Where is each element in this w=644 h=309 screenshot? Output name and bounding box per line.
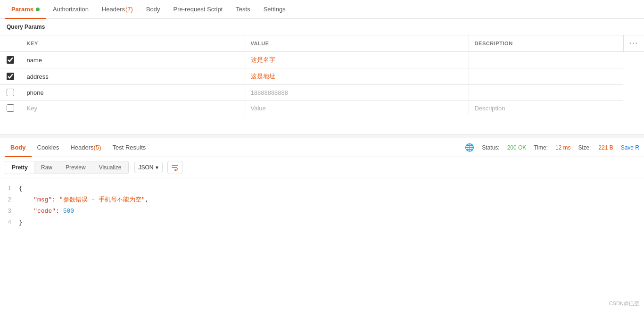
line-num-1: 1 (0, 183, 19, 194)
row-2-key[interactable]: address (21, 68, 245, 85)
resp-tab-headers-label: Headers (70, 144, 93, 151)
row-4-check-cell (0, 100, 21, 116)
size-value: 221 B (598, 144, 613, 151)
row-3-key[interactable]: phone (21, 85, 245, 100)
resp-tab-headers[interactable]: Headers (5) (65, 138, 107, 157)
tab-settings-label: Settings (264, 6, 286, 13)
row-2-check-cell (0, 68, 21, 85)
params-dot (36, 8, 40, 11)
th-value: VALUE (245, 35, 469, 52)
format-tab-raw[interactable]: Raw (34, 161, 59, 174)
tab-body-label: Body (146, 6, 160, 13)
row-4-checkbox[interactable] (7, 104, 14, 112)
tab-body[interactable]: Body (140, 0, 167, 19)
resp-tab-body[interactable]: Body (5, 138, 32, 157)
line-num-3: 3 (0, 206, 19, 217)
code-line-1: 1 { (0, 183, 644, 194)
format-tabs: Pretty Raw Preview Visualize (5, 161, 129, 174)
response-code-area: 1 { 2 "msg": "参数错误 - 手机号不能为空", 3 "code":… (0, 178, 644, 233)
globe-icon: 🌐 (465, 143, 474, 152)
row-2-desc[interactable] (469, 68, 623, 85)
code-line-2: 2 "msg": "参数错误 - 手机号不能为空", (0, 194, 644, 206)
tab-pre-request-label: Pre-request Script (173, 6, 223, 13)
size-label: Size: (578, 144, 591, 151)
time-value: 12 ms (555, 144, 571, 151)
json-label: JSON (139, 164, 154, 171)
wrap-icon (171, 164, 179, 171)
resp-tab-cookies[interactable]: Cookies (32, 138, 65, 157)
code-line-4: 4 } (0, 217, 644, 228)
table-row: name 这是名字 (0, 52, 644, 68)
save-response-button[interactable]: Save R (621, 144, 639, 151)
line-num-4: 4 (0, 217, 19, 228)
line-num-2: 2 (0, 194, 19, 206)
row-3-desc[interactable] (469, 85, 623, 100)
format-tab-visualize[interactable]: Visualize (92, 161, 128, 174)
row-1-value[interactable]: 这是名字 (245, 52, 469, 68)
tab-pre-request[interactable]: Pre-request Script (167, 0, 230, 19)
response-meta: 🌐 Status: 200 OK Time: 12 ms Size: 221 B… (465, 143, 639, 152)
row-3-check-cell (0, 85, 21, 100)
row-4-desc[interactable]: Description (469, 100, 623, 116)
row-3-checkbox[interactable] (7, 89, 14, 96)
response-header: Body Cookies Headers (5) Test Results 🌐 … (0, 138, 644, 157)
table-row: Key Value Description (0, 100, 644, 116)
th-key: KEY (21, 35, 245, 52)
tab-settings[interactable]: Settings (257, 0, 292, 19)
request-tabs: Params Authorization Headers (7) Body Pr… (0, 0, 644, 19)
row-3-value[interactable]: 18888888888 (245, 85, 469, 100)
resp-tab-cookies-label: Cookies (37, 144, 59, 151)
row-1-check-cell (0, 52, 21, 68)
th-more: ··· (623, 35, 644, 52)
row-2-checkbox[interactable] (7, 73, 14, 80)
resp-tab-body-label: Body (10, 144, 26, 151)
th-description: DESCRIPTION (469, 35, 623, 52)
format-tab-preview[interactable]: Preview (59, 161, 92, 174)
json-format-select[interactable]: JSON ▾ (134, 162, 163, 173)
tab-headers-badge: (7) (125, 6, 133, 13)
chevron-down-icon: ▾ (156, 164, 158, 171)
tab-headers[interactable]: Headers (7) (95, 0, 140, 19)
tab-params[interactable]: Params (5, 0, 46, 19)
tab-headers-label: Headers (102, 6, 125, 13)
tab-tests[interactable]: Tests (229, 0, 256, 19)
resp-tab-headers-badge: (5) (94, 144, 101, 151)
tab-authorization[interactable]: Authorization (46, 0, 95, 19)
row-1-key[interactable]: name (21, 52, 245, 68)
time-label: Time: (534, 144, 548, 151)
format-tab-pretty[interactable]: Pretty (5, 161, 34, 174)
status-value: 200 OK (507, 144, 527, 151)
query-params-label: Query Params (0, 19, 644, 35)
more-dots-icon: ··· (629, 39, 638, 47)
status-label: Status: (482, 144, 499, 151)
code-line-3: 3 "code": 500 (0, 206, 644, 217)
tab-authorization-label: Authorization (53, 6, 89, 13)
row-1-checkbox[interactable] (7, 56, 14, 64)
table-row: phone 18888888888 (0, 85, 644, 100)
row-4-value[interactable]: Value (245, 100, 469, 116)
th-check (0, 35, 21, 52)
row-4-key[interactable]: Key (21, 100, 245, 116)
params-table: KEY VALUE DESCRIPTION ··· name 这是名字 (0, 35, 644, 116)
body-toolbar: Pretty Raw Preview Visualize JSON ▾ (0, 157, 644, 178)
word-wrap-button[interactable] (167, 161, 182, 174)
resp-tab-test-results-label: Test Results (113, 144, 146, 151)
table-row: address 这是地址 (0, 68, 644, 85)
row-2-value[interactable]: 这是地址 (245, 68, 469, 85)
row-1-desc[interactable] (469, 52, 623, 68)
tab-tests-label: Tests (236, 6, 250, 13)
resp-tab-test-results[interactable]: Test Results (107, 138, 152, 157)
tab-params-label: Params (11, 6, 33, 13)
